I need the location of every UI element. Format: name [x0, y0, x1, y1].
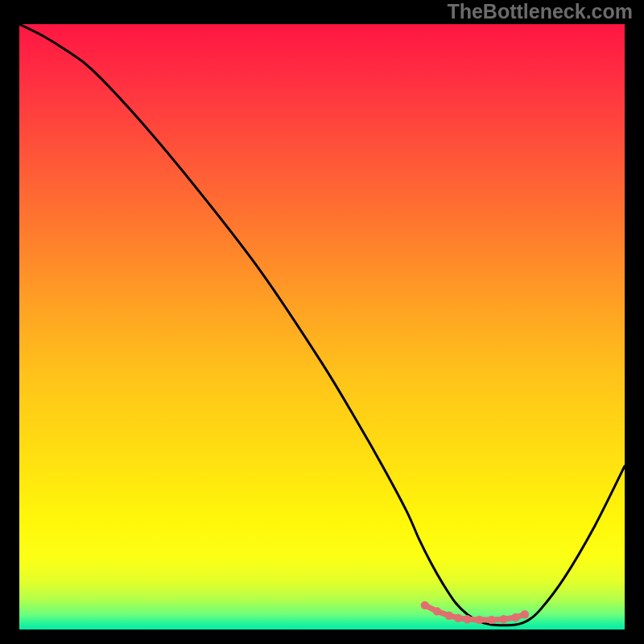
- valley-marker: [421, 601, 429, 609]
- valley-marker: [475, 616, 483, 624]
- plot-area: [19, 24, 625, 630]
- valley-marker: [454, 614, 462, 622]
- valley-marker: [445, 612, 453, 620]
- bottleneck-curve: [19, 24, 625, 625]
- watermark-text: TheBottleneck.com: [447, 0, 633, 23]
- valley-marker: [521, 610, 529, 618]
- chart-frame: TheBottleneck.com: [0, 0, 644, 644]
- valley-marker: [433, 607, 441, 615]
- valley-marker: [487, 616, 495, 624]
- curve-layer: [19, 24, 625, 630]
- valley-marker: [511, 613, 519, 621]
- valley-marker: [499, 615, 507, 623]
- valley-marker: [463, 615, 471, 623]
- valley-markers: [421, 601, 530, 625]
